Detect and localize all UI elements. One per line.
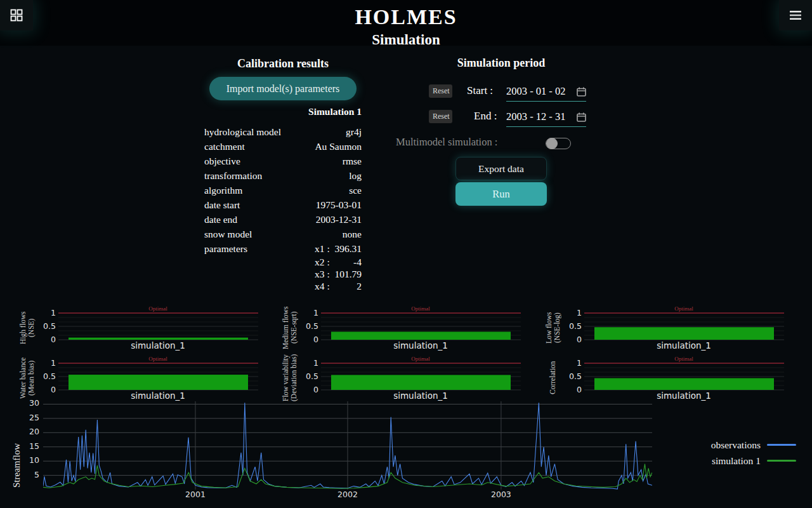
calibration-heading: Calibration results <box>190 57 376 70</box>
ytick-label: 0.5 <box>43 321 56 331</box>
calibration-table: hydrological modelgr4jcatchmentAu Saumon… <box>204 124 362 292</box>
metric-ylabel: Water balance (Mean bias) <box>13 353 42 403</box>
ytick-label: 0 <box>577 385 582 394</box>
row-value: gr4j <box>346 124 362 139</box>
streamflow-ytick: 5 <box>23 470 39 479</box>
parameter-value: 396.31 <box>330 241 362 256</box>
parameter-name: x4 : <box>315 280 330 292</box>
streamflow-ylabel: Streamflow <box>11 411 22 488</box>
reset-start-button[interactable]: Reset <box>429 84 452 98</box>
svg-text:simulation_1: simulation_1 <box>657 340 711 351</box>
ytick-label: 0 <box>313 385 318 394</box>
start-label: Start : <box>467 84 493 97</box>
ytick-label: 0.5 <box>43 371 56 381</box>
app-title: HOLMES <box>0 5 812 29</box>
legend-item-observations[interactable]: observations <box>660 437 796 453</box>
table-row: transformationlog <box>204 168 362 183</box>
streamflow-ytick: 25 <box>23 413 39 422</box>
row-label: date end <box>204 212 237 227</box>
svg-text:simulation_1: simulation_1 <box>131 391 185 401</box>
ytick-label: 1 <box>577 308 582 318</box>
calendar-icon[interactable] <box>577 112 586 122</box>
row-label: algorithm <box>204 183 242 197</box>
ytick-label: 0.5 <box>569 371 582 381</box>
table-row: algorithmsce <box>204 183 362 197</box>
table-row-parameters: x3 :101.79 <box>204 268 362 280</box>
chart-legend: observationssimulation 1 <box>660 437 796 469</box>
metric-ylabel: High flows (NSE) <box>13 303 42 352</box>
multimodel-toggle[interactable] <box>546 138 571 149</box>
streamflow-ytick: 15 <box>23 441 39 451</box>
metric-yticks: 10.50 <box>304 303 321 352</box>
svg-text:simulation_1: simulation_1 <box>393 391 448 401</box>
metric-yticks: 10.50 <box>568 303 584 352</box>
start-date-input[interactable]: 2003 - 01 - 02 <box>506 82 586 102</box>
parameter-name: x1 : <box>315 241 330 256</box>
table-row: date end2003-12-31 <box>204 212 362 227</box>
ytick-label: 0.5 <box>569 321 582 331</box>
svg-text:simulation_1: simulation_1 <box>393 340 448 351</box>
row-label: catchment <box>204 139 245 154</box>
row-value: Au Saumon <box>315 139 362 154</box>
row-label: parameters <box>204 241 247 256</box>
import-parameters-button[interactable]: Import model(s) parameters <box>209 77 357 100</box>
streamflow-ytick: 20 <box>23 427 39 436</box>
end-date-input[interactable]: 2003 - 12 - 31 <box>506 107 586 127</box>
calendar-icon[interactable] <box>577 87 586 97</box>
row-value: sce <box>349 183 362 197</box>
page-title: Simulation <box>0 32 812 48</box>
metric-chart: Correlation10.50Optimalsimulation_1 <box>539 353 784 403</box>
parameter-line: x3 :101.79 <box>315 268 362 280</box>
metric-ylabel: Medium flows (NSE-sqrt) <box>275 303 304 352</box>
metric-chart: Medium flows (NSE-sqrt)10.50Optimalsimul… <box>275 303 521 352</box>
multimodel-label: Multimodel simulation : <box>396 136 497 149</box>
legend-line <box>767 460 796 462</box>
row-label: objective <box>204 154 240 168</box>
svg-text:simulation_1: simulation_1 <box>131 340 185 351</box>
streamflow-ytick: 30 <box>23 398 39 408</box>
table-row: date start1975-03-01 <box>204 197 362 212</box>
streamflow-chart <box>43 401 652 491</box>
svg-text:Optimal: Optimal <box>148 356 167 362</box>
legend-item-simulation-1[interactable]: simulation 1 <box>660 453 796 469</box>
table-row: objectivermse <box>204 154 362 168</box>
reset-end-button[interactable]: Reset <box>429 110 452 123</box>
metric-yticks: 10.50 <box>568 353 584 403</box>
streamflow-xtick: 2003 <box>488 490 514 499</box>
row-label: date start <box>204 197 240 212</box>
svg-text:simulation_1: simulation_1 <box>657 391 711 401</box>
metric-ylabel: Flow variability (Deviation bias) <box>275 353 304 403</box>
ytick-label: 1 <box>577 358 582 368</box>
ytick-label: 1 <box>51 358 56 368</box>
ytick-label: 1 <box>313 358 318 368</box>
export-data-button[interactable]: Export data <box>455 157 547 180</box>
holmes-app: HOLMES Simulation Calibration results Im… <box>0 0 812 508</box>
ytick-label: 1 <box>51 308 56 318</box>
row-value: log <box>349 168 362 183</box>
row-label: transformation <box>204 168 262 183</box>
parameter-line: x4 :2 <box>315 280 362 292</box>
toggle-knob <box>546 138 558 149</box>
row-value: rmse <box>343 154 362 168</box>
start-date-value: 2003 - 01 - 02 <box>506 85 566 98</box>
ytick-label: 0.5 <box>306 371 318 381</box>
metric-yticks: 10.50 <box>42 353 58 403</box>
run-button[interactable]: Run <box>455 182 547 206</box>
svg-text:Optimal: Optimal <box>674 356 693 362</box>
streamflow-xtick: 2001 <box>183 490 208 499</box>
ytick-label: 1 <box>313 308 318 318</box>
table-row: catchmentAu Saumon <box>204 139 362 154</box>
metric-chart: Water balance (Mean bias)10.50Optimalsim… <box>13 353 258 403</box>
ytick-label: 0 <box>577 335 582 344</box>
row-label: hydrological model <box>204 124 281 139</box>
row-label: snow model <box>204 227 252 241</box>
row-value: 2003-12-31 <box>316 212 362 227</box>
parameter-value: 2 <box>330 280 362 292</box>
parameter-line: x2 :-4 <box>315 256 362 268</box>
svg-text:Optimal: Optimal <box>411 356 430 362</box>
metric-chart: Flow variability (Deviation bias)10.50Op… <box>275 353 521 403</box>
metric-yticks: 10.50 <box>304 353 321 403</box>
legend-line <box>767 444 796 446</box>
legend-label: observations <box>711 439 761 451</box>
parameter-name: x3 : <box>315 268 330 280</box>
